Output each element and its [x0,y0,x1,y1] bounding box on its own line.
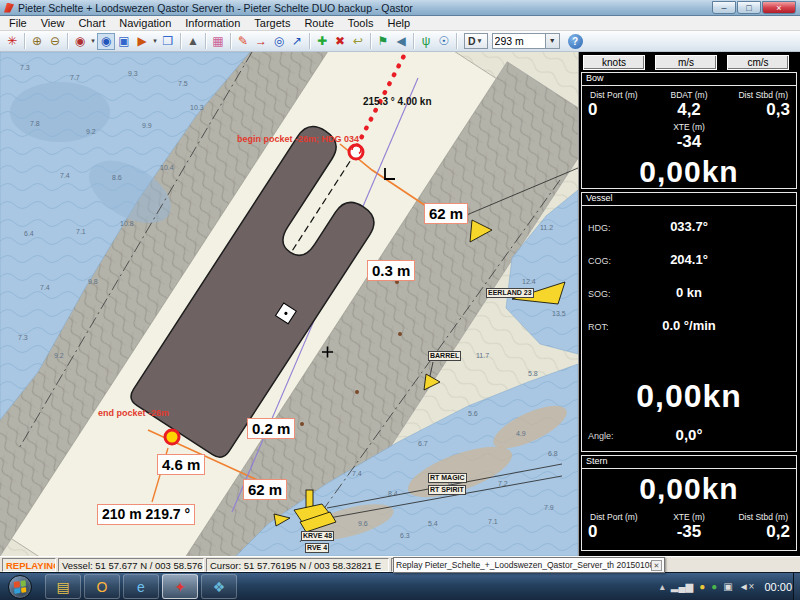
edit-route-icon[interactable]: ✎ [234,33,252,50]
toolbar-separator [24,33,25,49]
ais-antenna-icon[interactable]: ψ [417,33,435,50]
units-knots-button[interactable]: knots [583,55,645,70]
menu-item-help[interactable]: Help [380,16,417,31]
chart-canvas[interactable] [0,52,578,556]
green-flag-icon[interactable]: ⚑ [374,33,392,50]
replay-icon[interactable]: ✳ [3,33,21,50]
conning-display-icon[interactable]: ▦ [209,33,227,50]
menu-item-route[interactable]: Route [297,16,340,31]
volume-muted-icon[interactable]: ◄× [739,573,755,600]
cursor-position-status: Cursor: 51 57.76195 N / 003 58.32821 E [206,558,389,572]
sog-value: 0 kn [582,285,796,300]
hail-icon[interactable]: ◀ [392,33,410,50]
window-title: Pieter Schelte + Loodswezen Qastor Serve… [18,2,708,14]
taskbar-clock[interactable]: 00:00 [760,581,792,593]
menu-item-information[interactable]: Information [178,16,247,31]
stern-dist-stbd-label: Dist Stbd (m) [738,512,788,522]
range-dropdown-arrow[interactable]: ▼ [545,34,559,48]
qastor-taskbar-button[interactable]: ✦ [162,574,198,599]
ship-predictor-icon[interactable]: ▶ [133,33,151,50]
overview-icon-dropdown[interactable]: ▾ [89,37,97,45]
vessel-position-status: Vessel: 51 57.677 N / 003 58.576 E [58,558,204,572]
spot-mark [300,422,304,426]
display-mode-label: D [468,35,476,47]
app-icon [4,3,14,13]
minimize-button[interactable]: – [712,1,736,14]
conning-panel: knots m/s cm/s Bow Dist Port (m) BDAT (m… [578,52,800,556]
vessel-title: Vessel [586,193,613,203]
toolbar-separator [370,33,371,49]
import-route-icon[interactable]: ↩ [349,33,367,50]
follow-vessel-icon[interactable]: ◉ [97,33,115,50]
zoom-in-icon[interactable]: ⊕ [28,33,46,50]
help-icon[interactable]: ? [568,34,583,49]
clipboard-icon[interactable]: ▣ [723,573,732,600]
replay-file-tooltip: Replay Pieter_Schelte_+_Loodswezen_Qasto… [393,557,665,573]
cog-value: 204.1° [582,252,796,267]
units-ms-button[interactable]: m/s [655,55,717,70]
bow-title: Bow [586,73,604,83]
network-signal-icon[interactable]: ▂▄▆ [671,573,693,600]
hdg-value: 033.7° [582,219,796,234]
title-bar[interactable]: Pieter Schelte + Loodswezen Qastor Serve… [0,0,800,16]
display-mode-button[interactable]: D ▾ [464,33,488,49]
menu-item-targets[interactable]: Targets [247,16,297,31]
bow-bdat-value: 4,2 [582,100,796,120]
menu-bar: FileViewChartNavigationInformationTarget… [0,16,800,31]
ship-predictor-icon-dropdown[interactable]: ▾ [151,37,159,45]
end-pocket-marker[interactable] [165,430,179,444]
overview-icon[interactable]: ◉ [71,33,89,50]
menu-item-navigation[interactable]: Navigation [112,16,178,31]
units-cms-button[interactable]: cm/s [727,55,789,70]
connection-icon[interactable]: ● [711,573,717,600]
toolbar-separator [67,33,68,49]
zoom-out-icon[interactable]: ⊖ [46,33,64,50]
range-input[interactable] [493,35,545,47]
menu-item-chart[interactable]: Chart [71,16,112,31]
buoy-icon[interactable]: ▲ [184,33,202,50]
delete-waypoint-icon[interactable]: ✖ [331,33,349,50]
media-taskbar-button[interactable]: ❖ [201,574,237,599]
internet-explorer-taskbar-button[interactable]: e [123,574,159,599]
qastor-window: Pieter Schelte + Loodswezen Qastor Serve… [0,0,800,600]
spot-mark [398,332,402,336]
drag-route-icon[interactable]: → [252,33,270,50]
vessel-section: Vessel HDG: 033.7° COG: 204.1° SOG: 0 kn… [581,192,797,452]
globe-icon[interactable]: ☉ [435,33,453,50]
windows-logo-icon [14,580,27,594]
toolbar-separator [180,33,181,49]
spot-mark [395,280,399,284]
toolbar-separator [413,33,414,49]
range-combo[interactable]: ▼ [492,33,560,49]
show-desktop-button[interactable] [793,573,800,600]
deep-water-patch [10,82,110,142]
center-target-icon[interactable]: ◎ [270,33,288,50]
bearing-line-icon[interactable]: ↗ [288,33,306,50]
toolbar: ✳⊕⊖◉▾◉▣▶▾❒▲▦✎→◎↗✚✖↩⚑◀ψ☉ D ▾ ▼ ? [0,31,800,52]
explorer-taskbar-button[interactable]: ▤ [45,574,81,599]
menu-item-view[interactable]: View [34,16,72,31]
outlook-taskbar-button[interactable]: O [84,574,120,599]
action-center-icon[interactable]: ● [699,573,705,600]
bow-section: Bow Dist Port (m) BDAT (m) Dist Stbd (m)… [581,72,797,189]
add-waypoint-icon[interactable]: ✚ [313,33,331,50]
new-window-icon[interactable]: ❒ [159,33,177,50]
tooltip-close-icon[interactable]: ✕ [651,560,662,571]
target-marker-bar[interactable] [306,490,313,508]
chart-area[interactable]: 7.37.79.37.57.89.29.910.37.48.610.46.47.… [0,52,578,556]
angle-value: 0,0° [582,426,796,443]
toolbar-separator [230,33,231,49]
show-hidden-icons[interactable]: ▴ [660,573,665,600]
toolbar-separator [205,33,206,49]
close-button[interactable]: × [762,1,796,14]
menu-item-file[interactable]: File [2,16,34,31]
toolbar-separator [456,33,457,49]
maximize-button[interactable]: □ [737,1,761,14]
display-mode-dropdown[interactable]: ▾ [476,37,484,45]
start-button[interactable] [8,575,32,599]
bow-dist-stbd-value: 0,3 [766,100,790,120]
bow-speed-value: 0,00kn [582,155,796,189]
menu-item-tools[interactable]: Tools [341,16,381,31]
spot-mark [355,390,359,394]
fit-chart-icon[interactable]: ▣ [115,33,133,50]
